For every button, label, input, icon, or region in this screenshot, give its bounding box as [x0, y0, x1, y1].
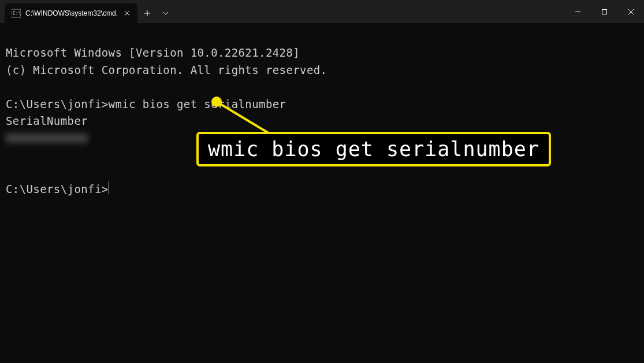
callout-box: wmic bios get serialnumber [196, 132, 551, 166]
active-tab[interactable]: C:\ C:\WINDOWS\system32\cmd. [5, 3, 137, 23]
new-tab-button[interactable] [137, 3, 157, 23]
titlebar-left: C:\ C:\WINDOWS\system32\cmd. [0, 0, 174, 23]
text-cursor [109, 182, 110, 194]
tab-dropdown-button[interactable] [157, 3, 174, 23]
svg-text:C:\: C:\ [13, 11, 21, 16]
tab-title: C:\WINDOWS\system32\cmd. [25, 9, 118, 17]
command-1: wmic bios get serialnumber [109, 98, 286, 110]
close-window-button[interactable] [617, 0, 644, 23]
serial-number-masked: XXXXXXXXXXXX [6, 130, 88, 147]
output-header: SerialNumber [6, 114, 88, 127]
prompt-2: C:\Users\jonfi> [6, 183, 109, 195]
svg-rect-7 [602, 9, 606, 14]
prompt-1: C:\Users\jonfi> [6, 98, 109, 110]
callout-text: wmic bios get serialnumber [208, 138, 539, 161]
banner-line-1: Microsoft Windows [Version 10.0.22621.24… [6, 46, 300, 59]
minimize-button[interactable] [564, 0, 591, 23]
cmd-icon: C:\ [12, 9, 21, 18]
terminal-content[interactable]: Microsoft Windows [Version 10.0.22621.24… [0, 23, 644, 202]
maximize-button[interactable] [591, 0, 617, 23]
tab-close-button[interactable] [122, 9, 132, 18]
banner-line-2: (c) Microsoft Corporation. All rights re… [6, 64, 327, 76]
window-controls [564, 0, 644, 23]
titlebar: C:\ C:\WINDOWS\system32\cmd. [0, 0, 644, 23]
